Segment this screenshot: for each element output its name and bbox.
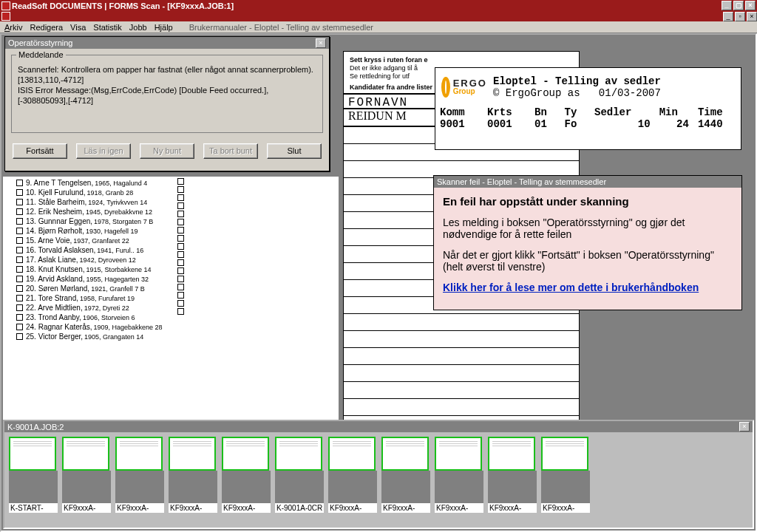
- thumbnail[interactable]: KF9xxxA-: [115, 437, 164, 513]
- checkbox[interactable]: [177, 178, 184, 185]
- thumbnail[interactable]: KF9xxxA-: [62, 437, 111, 513]
- error-p1: Les melding i boksen "Operatörsstyrning"…: [443, 216, 733, 240]
- checkbox[interactable]: [177, 186, 184, 193]
- checkbox[interactable]: [16, 314, 23, 321]
- val-bn: 01: [530, 118, 560, 130]
- candidate-meta: 1905, Grangaten 14: [84, 333, 143, 341]
- checkbox[interactable]: [16, 256, 23, 263]
- candidate-name: 9. Arne T Tengelsen,: [26, 179, 93, 187]
- checkbox[interactable]: [177, 308, 184, 315]
- checkbox[interactable]: [177, 251, 184, 258]
- dialog-titlebar[interactable]: Operatörsstyrning ×: [5, 37, 329, 49]
- menu-hjalp[interactable]: Hjälp: [155, 23, 173, 32]
- menu-statistik[interactable]: Statistik: [93, 23, 122, 32]
- menu-visa[interactable]: Visa: [70, 23, 86, 32]
- checkbox[interactable]: [177, 276, 184, 282]
- checkbox[interactable]: [16, 333, 23, 340]
- checkbox[interactable]: [16, 199, 23, 205]
- msg-line3: ISIS Error Message:(Msg,ErrCode,ErrCode)…: [18, 85, 316, 106]
- thumbnail-label: KF9xxxA-: [541, 503, 590, 513]
- checkbox[interactable]: [16, 247, 23, 253]
- thumbnail[interactable]: KF9xxxA-: [222, 437, 271, 513]
- checkbox[interactable]: [177, 194, 184, 201]
- checkbox[interactable]: [177, 235, 184, 242]
- candidate-name: 22. Arve Midtlien,: [26, 304, 83, 312]
- error-help-link[interactable]: Klikk her for å lese mer om dette i bruk…: [443, 282, 699, 293]
- thumbnail[interactable]: KF9xxxA-: [169, 437, 217, 513]
- thumbnail[interactable]: KF9xxxA-: [435, 437, 483, 513]
- checkbox[interactable]: [177, 227, 184, 233]
- checkbox[interactable]: [16, 189, 23, 196]
- checkbox[interactable]: [177, 300, 184, 307]
- menu-jobb[interactable]: Jobb: [129, 23, 147, 32]
- menu-redigera[interactable]: Redigera: [30, 23, 63, 32]
- status-date: 01/03-2007: [599, 87, 661, 99]
- candidate-name: 21. Tore Strand,: [26, 294, 78, 302]
- status-panel: ERGOGroup Eloptel - Telling av sedler © …: [435, 67, 741, 150]
- checkbox[interactable]: [16, 295, 23, 301]
- dialog-close-button[interactable]: ×: [316, 38, 326, 48]
- checkbox[interactable]: [177, 219, 184, 225]
- candidate-meta: 1909, Hagebakkene 28: [94, 324, 163, 331]
- mdi-minimize-button[interactable]: _: [723, 12, 733, 21]
- continue-button[interactable]: Fortsätt: [13, 143, 67, 159]
- checkbox[interactable]: [16, 208, 23, 215]
- thumbnail-label: KF9xxxA-: [328, 503, 377, 513]
- operator-dialog: Operatörsstyrning × Meddelande Scannerfe…: [4, 36, 330, 171]
- checkbox[interactable]: [177, 267, 184, 274]
- candidate-name: 13. Gunnnar Eggen,: [26, 217, 92, 225]
- checkbox[interactable]: [16, 237, 23, 244]
- checkbox[interactable]: [177, 284, 184, 290]
- checkbox[interactable]: [16, 285, 23, 292]
- thumbnail-label: KF9xxxA-: [169, 503, 217, 513]
- candidate-meta: 1924, Tyrivkvven 14: [88, 199, 147, 206]
- candidate-meta: 1906, Storveien 6: [83, 314, 135, 321]
- checkbox[interactable]: [177, 243, 184, 250]
- close-button[interactable]: ×: [745, 1, 756, 10]
- col-komm: Komm: [435, 106, 483, 118]
- checkbox[interactable]: [177, 211, 184, 217]
- mdi-restore-button[interactable]: ▫: [735, 12, 745, 21]
- error-p2: Når det er gjort klikk "Fortsätt" i boks…: [443, 249, 733, 273]
- thumbnail-label: KF9xxxA-: [381, 503, 430, 513]
- checkbox[interactable]: [16, 324, 23, 330]
- thumbnail[interactable]: KF9xxxA-: [488, 437, 537, 513]
- end-button[interactable]: Slut: [267, 143, 322, 159]
- checkbox[interactable]: [16, 228, 23, 234]
- thumbnail[interactable]: K-9001A-0CR: [275, 437, 324, 513]
- menubar: Arkiv Redigera Visa Statistik Jobb Hjälp…: [0, 21, 757, 33]
- thumbnail-image: [541, 437, 588, 471]
- thumbnail[interactable]: KF9xxxA-: [541, 437, 590, 513]
- thumbnail[interactable]: KF9xxxA-: [381, 437, 430, 513]
- candidate-meta: 1945, Dyrebakkvne 12: [86, 208, 152, 216]
- candidate-checkbox-col2: [177, 178, 184, 316]
- status-copyright: © ErgoGroup as: [493, 87, 580, 99]
- thumb-titlebar[interactable]: K-9001A.JOB:2 ×: [4, 421, 753, 432]
- checkbox[interactable]: [177, 292, 184, 299]
- checkbox[interactable]: [16, 180, 23, 186]
- thumbnail[interactable]: K-START-: [9, 437, 58, 513]
- checkbox[interactable]: [16, 266, 23, 273]
- candidate-name: 19. Arvid Askland,: [26, 275, 85, 283]
- form-blank-line: [344, 348, 579, 365]
- minimize-button[interactable]: _: [722, 1, 732, 10]
- thumb-close-button[interactable]: ×: [739, 422, 750, 432]
- checkbox[interactable]: [16, 218, 23, 225]
- checkbox[interactable]: [177, 259, 184, 266]
- candidate-meta: 1978, Storgaten 7 B: [94, 218, 153, 225]
- thumbnail-image: [115, 437, 163, 471]
- menu-arkiv[interactable]: Arkiv: [4, 23, 22, 32]
- workspace: Operatörsstyrning × Meddelande Scannerfe…: [0, 33, 757, 532]
- error-title[interactable]: Skanner feil - Eloptel - Telling av stem…: [434, 176, 741, 188]
- list-item: 25. Victor Berger, 1905, Grangaten 14: [16, 332, 238, 341]
- checkbox[interactable]: [16, 276, 23, 282]
- mdi-close-button[interactable]: ×: [747, 12, 757, 21]
- form-blank-line: [344, 399, 579, 416]
- list-item: 18. Knut Knutsen, 1915, Storbakkene 14: [16, 265, 238, 274]
- candidate-meta: 1921, Granfell 7 B: [91, 285, 145, 293]
- thumbnail[interactable]: KF9xxxA-: [328, 437, 377, 513]
- checkbox[interactable]: [177, 202, 184, 209]
- checkbox[interactable]: [16, 304, 23, 311]
- list-item: 15. Arne Voie, 1937, Granfaret 22: [16, 236, 238, 245]
- maximize-button[interactable]: ▢: [733, 1, 744, 10]
